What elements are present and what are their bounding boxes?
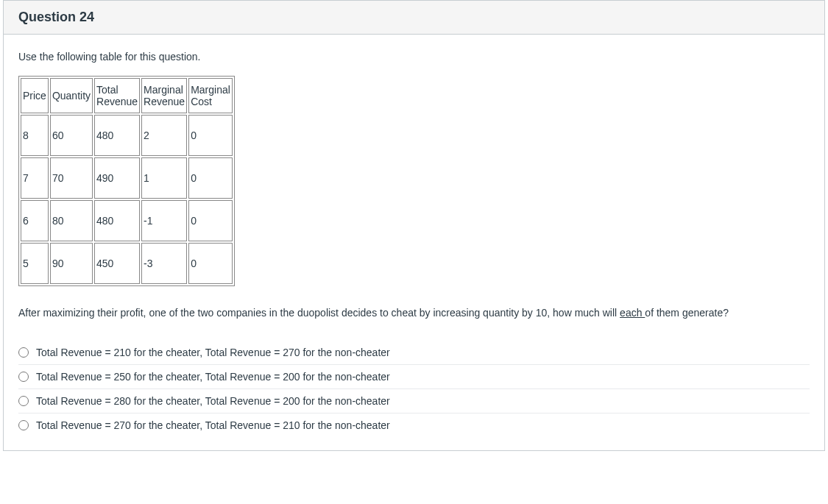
question-prompt: After maximizing their profit, one of th… (18, 307, 810, 319)
header-total-revenue: Total Revenue (94, 78, 140, 113)
option-row[interactable]: Total Revenue = 250 for the cheater, Tot… (18, 364, 810, 388)
cell-quantity: 90 (50, 243, 93, 284)
option-row[interactable]: Total Revenue = 210 for the cheater, Tot… (18, 341, 810, 364)
table-row: 5 90 450 -3 0 (21, 243, 233, 284)
cell-total-revenue: 490 (94, 157, 140, 199)
data-table: Price Quantity Total Revenue Marginal Re… (18, 76, 235, 286)
option-row[interactable]: Total Revenue = 270 for the cheater, Tot… (18, 413, 810, 437)
option-radio[interactable] (18, 372, 29, 382)
cell-marginal-revenue: -3 (141, 243, 187, 284)
cell-quantity: 80 (50, 200, 93, 241)
cell-marginal-cost: 0 (188, 243, 233, 284)
header-price: Price (21, 78, 49, 113)
option-radio[interactable] (18, 396, 29, 406)
header-marginal-cost: Marginal Cost (188, 78, 233, 113)
question-header: Question 24 (4, 1, 824, 35)
cell-marginal-revenue: -1 (141, 200, 187, 241)
header-marginal-revenue: Marginal Revenue (141, 78, 187, 113)
prompt-each: each (620, 307, 645, 319)
question-intro-text: Use the following table for this questio… (18, 51, 810, 63)
cell-marginal-cost: 0 (188, 157, 233, 199)
header-quantity: Quantity (50, 78, 93, 113)
table-header-row: Price Quantity Total Revenue Marginal Re… (21, 78, 233, 113)
table-row: 8 60 480 2 0 (21, 115, 233, 156)
cell-price: 8 (21, 115, 49, 156)
table-row: 6 80 480 -1 0 (21, 200, 233, 241)
option-label[interactable]: Total Revenue = 210 for the cheater, Tot… (36, 347, 390, 358)
cell-price: 6 (21, 200, 49, 241)
option-row[interactable]: Total Revenue = 280 for the cheater, Tot… (18, 388, 810, 413)
option-radio[interactable] (18, 420, 29, 430)
cell-marginal-revenue: 2 (141, 115, 187, 156)
option-label[interactable]: Total Revenue = 270 for the cheater, Tot… (36, 419, 390, 431)
answer-options: Total Revenue = 210 for the cheater, Tot… (18, 341, 810, 437)
cell-total-revenue: 450 (94, 243, 140, 284)
cell-quantity: 70 (50, 157, 93, 199)
cell-marginal-cost: 0 (188, 200, 233, 241)
cell-marginal-revenue: 1 (141, 157, 187, 199)
prompt-post: of them generate? (645, 307, 729, 319)
table-row: 7 70 490 1 0 (21, 157, 233, 199)
cell-total-revenue: 480 (94, 115, 140, 156)
cell-marginal-cost: 0 (188, 115, 233, 156)
cell-price: 7 (21, 157, 49, 199)
cell-total-revenue: 480 (94, 200, 140, 241)
option-label[interactable]: Total Revenue = 250 for the cheater, Tot… (36, 371, 390, 383)
question-title: Question 24 (18, 10, 810, 25)
question-card: Question 24 Use the following table for … (3, 0, 825, 451)
cell-price: 5 (21, 243, 49, 284)
option-label[interactable]: Total Revenue = 280 for the cheater, Tot… (36, 395, 390, 407)
cell-quantity: 60 (50, 115, 93, 156)
option-radio[interactable] (18, 347, 29, 358)
question-body: Use the following table for this questio… (4, 35, 824, 450)
prompt-pre: After maximizing their profit, one of th… (18, 307, 620, 319)
